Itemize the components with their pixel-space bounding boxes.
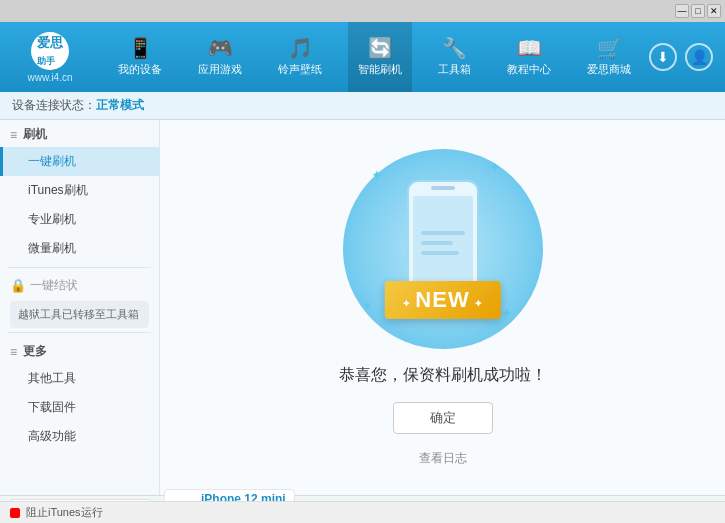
- skip-log-link[interactable]: 查看日志: [419, 450, 467, 467]
- svg-rect-3: [431, 186, 455, 190]
- nav-label-toolbox: 工具箱: [438, 62, 471, 77]
- success-panel: ✦ ✦ ✦ ✦: [339, 149, 547, 467]
- nav-label-store: 爱思商城: [587, 62, 631, 77]
- phone-illustration: ✦ ✦ ✦ ✦: [343, 149, 543, 349]
- sidebar-section-more: ≡ 更多: [0, 337, 159, 364]
- nav-label-smart-flash: 智能刷机: [358, 62, 402, 77]
- tutorial-icon: 📖: [517, 38, 542, 58]
- sparkle-3: ✦: [361, 298, 373, 314]
- sidebar-item-save-flash[interactable]: 微量刷机: [0, 234, 159, 263]
- nav-label-ringtone: 铃声壁纸: [278, 62, 322, 77]
- ringtone-icon: 🎵: [288, 38, 313, 58]
- itunes-stop-label: 阻止iTunes运行: [26, 505, 103, 520]
- nav-label-my-device: 我的设备: [118, 62, 162, 77]
- jailbreak-section-label: 一键结状: [30, 277, 78, 294]
- smart-flash-icon: 🔄: [368, 38, 393, 58]
- sidebar-item-itunes-flash[interactable]: iTunes刷机: [0, 176, 159, 205]
- store-icon: 🛒: [597, 38, 622, 58]
- content-area: ✦ ✦ ✦ ✦: [160, 120, 725, 495]
- sidebar-item-one-click-flash[interactable]: 一键刷机: [0, 147, 159, 176]
- sidebar-item-pro-flash[interactable]: 专业刷机: [0, 205, 159, 234]
- new-badge: NEW: [384, 281, 500, 319]
- header: 爱思助手 www.i4.cn 📱 我的设备 🎮 应用游戏 🎵 铃声壁纸 🔄 智能…: [0, 22, 725, 92]
- sparkle-2: ✦: [489, 159, 501, 175]
- nav-label-tutorial: 教程中心: [507, 62, 551, 77]
- main-layout: ≡ 刷机 一键刷机 iTunes刷机 专业刷机 微量刷机 🔒 一键结状 越狱工具…: [0, 120, 725, 495]
- more-section-label: 更多: [23, 343, 47, 360]
- device-icon: 📱: [128, 38, 153, 58]
- minimize-btn[interactable]: —: [675, 4, 689, 18]
- status-value: 正常模式: [96, 97, 144, 114]
- close-btn[interactable]: ✕: [707, 4, 721, 18]
- flash-section-label: 刷机: [23, 126, 47, 143]
- sidebar: ≡ 刷机 一键刷机 iTunes刷机 专业刷机 微量刷机 🔒 一键结状 越狱工具…: [0, 120, 160, 495]
- maximize-btn[interactable]: □: [691, 4, 705, 18]
- status-prefix: 设备连接状态：: [12, 97, 96, 114]
- nav-item-apps-games[interactable]: 🎮 应用游戏: [188, 22, 252, 92]
- toolbox-icon: 🔧: [442, 38, 467, 58]
- sidebar-section-flash: ≡ 刷机: [0, 120, 159, 147]
- svg-rect-5: [421, 241, 453, 245]
- svg-rect-6: [421, 251, 459, 255]
- itunes-bar: 阻止iTunes运行: [0, 501, 725, 523]
- logo-area: 爱思助手 www.i4.cn: [0, 32, 100, 83]
- apps-icon: 🎮: [208, 38, 233, 58]
- user-btn[interactable]: 👤: [685, 43, 713, 71]
- jailbreak-info-box: 越狱工具已转移至工具箱: [10, 301, 149, 328]
- nav-item-my-device[interactable]: 📱 我的设备: [108, 22, 172, 92]
- confirm-button[interactable]: 确定: [393, 402, 493, 434]
- flash-section-icon: ≡: [10, 128, 17, 142]
- nav-item-store[interactable]: 🛒 爱思商城: [577, 22, 641, 92]
- sidebar-section-jailbreak: 🔒 一键结状: [0, 272, 159, 297]
- itunes-stop-icon: [10, 508, 20, 518]
- status-bar: 设备连接状态： 正常模式: [0, 92, 725, 120]
- nav-item-smart-flash[interactable]: 🔄 智能刷机: [348, 22, 412, 92]
- sidebar-divider-1: [8, 267, 151, 268]
- sidebar-item-download-firmware[interactable]: 下载固件: [0, 393, 159, 422]
- sidebar-item-advanced[interactable]: 高级功能: [0, 422, 159, 451]
- title-bar: — □ ✕: [0, 0, 725, 22]
- nav-label-apps: 应用游戏: [198, 62, 242, 77]
- svg-rect-4: [421, 231, 465, 235]
- logo-icon: 爱思助手: [31, 32, 69, 70]
- logo-subtitle: www.i4.cn: [27, 72, 72, 83]
- nav-item-ringtone[interactable]: 🎵 铃声壁纸: [268, 22, 332, 92]
- sparkle-1: ✦: [371, 167, 383, 183]
- nav-items: 📱 我的设备 🎮 应用游戏 🎵 铃声壁纸 🔄 智能刷机 🔧 工具箱 📖 教程中心: [100, 22, 649, 92]
- header-right: ⬇ 👤: [649, 43, 725, 71]
- success-message: 恭喜您，保资料刷机成功啦！: [339, 365, 547, 386]
- nav-item-tutorial[interactable]: 📖 教程中心: [497, 22, 561, 92]
- sparkle-4: ✦: [501, 305, 513, 321]
- nav-item-toolbox[interactable]: 🔧 工具箱: [428, 22, 481, 92]
- download-btn[interactable]: ⬇: [649, 43, 677, 71]
- sidebar-divider-2: [8, 332, 151, 333]
- sidebar-item-other-tools[interactable]: 其他工具: [0, 364, 159, 393]
